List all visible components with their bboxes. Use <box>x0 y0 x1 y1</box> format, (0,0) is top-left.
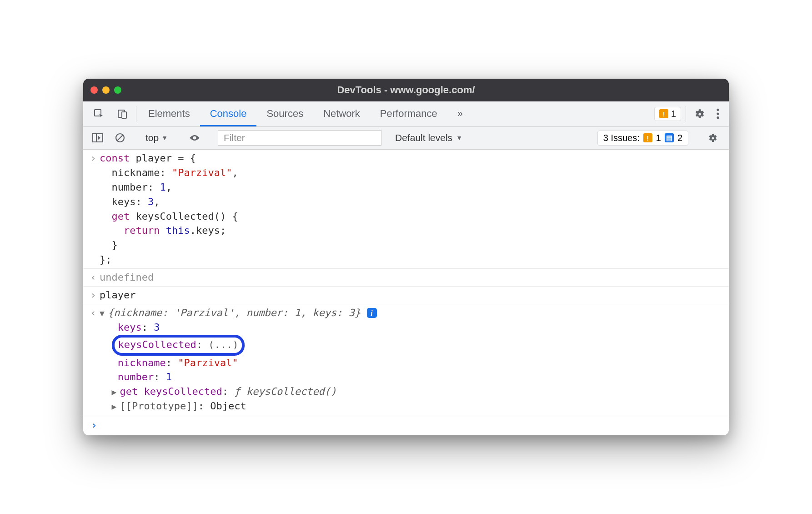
annotation-highlight: keysCollected: (...) <box>112 335 245 356</box>
maximize-window-button[interactable] <box>114 86 121 94</box>
svg-rect-6 <box>93 134 103 142</box>
titlebar: DevTools - www.google.com/ <box>83 79 729 101</box>
console-body: › const player = { nickname: "Parzival",… <box>83 150 729 435</box>
issues-info-count: 2 <box>677 133 682 143</box>
context-selector[interactable]: top ▼ <box>142 131 171 145</box>
warning-icon: ! <box>659 109 668 118</box>
property-value[interactable]: Object <box>210 400 246 412</box>
input-prompt-icon: › <box>87 288 100 302</box>
tab-sources[interactable]: Sources <box>256 101 313 126</box>
code-line[interactable]: const player = { nickname: "Parzival", n… <box>100 151 724 267</box>
svg-line-9 <box>117 135 123 141</box>
object-tree: ▼{nickname: 'Parzival', number: 1, keys:… <box>100 306 724 413</box>
info-icon[interactable]: i <box>367 308 377 318</box>
console-output-row: ‹ ▼{nickname: 'Parzival', number: 1, key… <box>83 304 729 415</box>
console-input-row: › const player = { nickname: "Parzival",… <box>83 150 729 268</box>
inspect-element-icon[interactable] <box>87 101 110 126</box>
minimize-window-button[interactable] <box>102 86 110 94</box>
property-key[interactable]: number <box>118 371 154 383</box>
device-toolbar-icon[interactable] <box>110 101 134 126</box>
property-value: 3 <box>154 322 160 333</box>
message-icon: ▤ <box>665 133 674 142</box>
object-summary[interactable]: {nickname: 'Parzival', number: 1, keys: … <box>108 307 361 318</box>
input-prompt-icon: › <box>88 418 100 433</box>
svg-point-4 <box>717 113 719 115</box>
warnings-badge[interactable]: ! 1 <box>654 107 681 121</box>
expand-toggle-icon[interactable]: ▶ <box>112 386 120 398</box>
issues-warn-count: 1 <box>656 133 661 143</box>
warnings-count: 1 <box>671 109 676 119</box>
devtools-window: DevTools - www.google.com/ Elements Cons… <box>83 79 729 435</box>
divider <box>136 106 136 122</box>
output-value: undefined <box>100 270 724 285</box>
window-controls <box>90 86 121 94</box>
tab-elements[interactable]: Elements <box>138 101 200 126</box>
console-prompt-row[interactable]: › <box>83 415 729 435</box>
property-key[interactable]: keysCollected <box>118 339 196 350</box>
expand-toggle-icon[interactable]: ▼ <box>100 307 108 319</box>
live-expression-icon[interactable] <box>185 131 205 145</box>
svg-rect-2 <box>122 112 126 118</box>
sidebar-toggle-icon[interactable] <box>89 131 107 145</box>
clear-console-icon[interactable] <box>111 130 129 146</box>
issues-button[interactable]: 3 Issues: ! 1 ▤ 2 <box>597 131 688 146</box>
expand-toggle-icon[interactable]: ▶ <box>112 401 120 413</box>
more-menu-icon[interactable] <box>711 101 725 126</box>
property-value-lazy[interactable]: (...) <box>208 339 238 350</box>
close-window-button[interactable] <box>90 86 98 94</box>
svg-point-5 <box>717 117 719 119</box>
filter-input[interactable] <box>218 130 381 146</box>
svg-point-3 <box>717 109 719 111</box>
dropdown-icon: ▼ <box>161 134 168 141</box>
tab-console[interactable]: Console <box>200 101 257 126</box>
log-levels-selector[interactable]: Default levels ▼ <box>395 132 462 143</box>
property-key[interactable]: nickname <box>118 357 166 368</box>
warning-icon: ! <box>643 133 652 142</box>
console-input-row: › player <box>83 286 729 304</box>
console-toolbar: top ▼ Default levels ▼ 3 Issues: ! 1 ▤ 2 <box>83 127 729 150</box>
tabs-overflow-button[interactable]: » <box>447 101 473 126</box>
console-input[interactable] <box>100 418 724 433</box>
settings-icon[interactable] <box>688 101 711 126</box>
divider <box>686 106 686 122</box>
tab-network[interactable]: Network <box>313 101 370 126</box>
issues-label: 3 Issues: <box>603 133 640 143</box>
input-prompt-icon: › <box>87 151 100 267</box>
context-label: top <box>145 132 159 143</box>
property-value[interactable]: ƒ keysCollected() <box>234 386 336 397</box>
output-indicator-icon: ‹ <box>87 270 100 285</box>
property-key[interactable]: [[Prototype]] <box>120 400 198 412</box>
output-indicator-icon: ‹ <box>87 306 100 413</box>
tab-performance[interactable]: Performance <box>370 101 447 126</box>
code-line[interactable]: player <box>100 288 724 302</box>
property-value: 1 <box>166 371 172 383</box>
main-tabbar: Elements Console Sources Network Perform… <box>83 101 729 127</box>
dropdown-icon: ▼ <box>456 134 462 141</box>
console-settings-icon[interactable] <box>702 132 723 143</box>
property-key[interactable]: get keysCollected <box>120 386 222 397</box>
property-value: "Parzival" <box>178 357 238 368</box>
property-key[interactable]: keys <box>118 322 142 333</box>
window-title: DevTools - www.google.com/ <box>83 84 729 96</box>
levels-label: Default levels <box>395 132 452 143</box>
console-output-row: ‹ undefined <box>83 268 729 286</box>
